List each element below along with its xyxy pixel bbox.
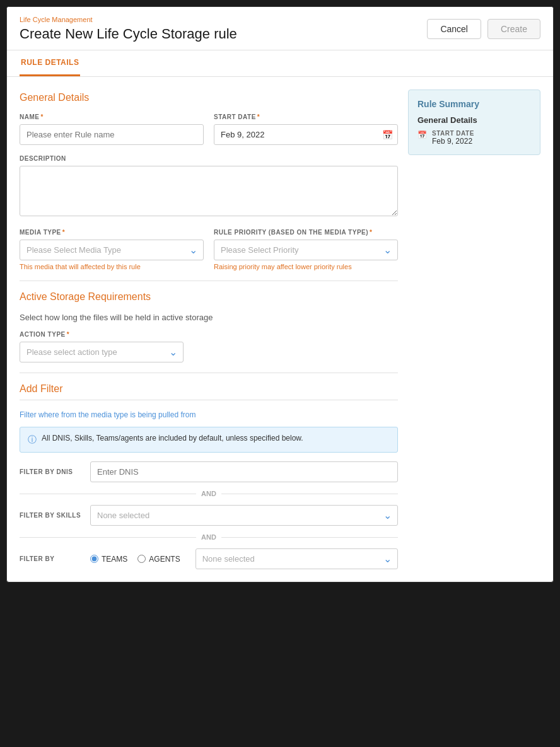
summary-start-date-content: START DATE Feb 9, 2022	[432, 130, 474, 146]
info-icon: ⓘ	[28, 434, 37, 446]
media-priority-row: MEDIA TYPE* Please Select Media Type ⌄ T…	[20, 229, 398, 270]
media-type-hint: This media that will affected by this ru…	[20, 263, 204, 270]
rule-priority-select-wrapper: Please Select Priority ⌄	[214, 240, 398, 260]
filter-by-label: FILTER BY	[20, 555, 83, 562]
info-text: All DNIS, Skills, Teams/agents are inclu…	[42, 434, 303, 443]
media-type-label: MEDIA TYPE*	[20, 229, 204, 236]
page-title: Create New Life Cycle Storage rule	[20, 26, 237, 42]
main-window: Life Cycle Management Create New Life Cy…	[6, 6, 554, 582]
filter-by-row: FILTER BY TEAMS AGENTS	[20, 548, 398, 569]
active-storage-desc: Select how long the files will be held i…	[20, 313, 398, 322]
filter-dnis-row: FILTER BY DNIS	[20, 461, 398, 482]
rule-summary-sidebar: Rule Summary General Details 📅 START DAT…	[408, 90, 540, 569]
name-label: NAME*	[20, 113, 204, 120]
name-date-row: NAME* START DATE* 📅	[20, 113, 398, 145]
filter-desc: Filter where from the media type is bein…	[20, 410, 398, 419]
teams-agents-input-area: None selected ⌄	[195, 548, 398, 569]
teams-radio[interactable]	[90, 555, 98, 563]
name-group: NAME*	[20, 113, 204, 145]
summary-start-date-value: Feb 9, 2022	[432, 137, 474, 146]
media-type-select-wrapper: Please Select Media Type ⌄	[20, 240, 204, 260]
summary-general-title: General Details	[417, 115, 531, 125]
rule-summary-box: Rule Summary General Details 📅 START DAT…	[408, 90, 540, 155]
dnis-input[interactable]	[90, 461, 398, 482]
description-group: DESCRIPTION	[20, 155, 398, 219]
add-filter-section: Add Filter Filter where from the media t…	[20, 383, 398, 569]
and-divider-1: AND	[20, 490, 398, 497]
agents-label: AGENTS	[149, 555, 180, 564]
teams-label: TEAMS	[102, 555, 127, 564]
teams-radio-label[interactable]: TEAMS	[90, 555, 127, 564]
name-input[interactable]	[20, 124, 204, 145]
divider-1	[20, 281, 398, 281]
main-content: General Details NAME* START DATE*	[7, 77, 553, 582]
description-label: DESCRIPTION	[20, 155, 398, 162]
rule-priority-select[interactable]: Please Select Priority	[214, 240, 398, 260]
date-input-wrapper: 📅	[214, 124, 398, 145]
header-left: Life Cycle Management Create New Life Cy…	[20, 16, 237, 42]
start-date-group: START DATE* 📅	[214, 113, 398, 145]
general-details-title: General Details	[20, 92, 398, 103]
header-buttons: Cancel Create	[427, 19, 540, 39]
rule-summary-title: Rule Summary	[417, 99, 531, 109]
action-type-group: ACTION TYPE* Please select action type ⌄	[20, 331, 184, 362]
create-button[interactable]: Create	[487, 19, 540, 39]
media-type-group: MEDIA TYPE* Please Select Media Type ⌄ T…	[20, 229, 204, 270]
filter-skills-row: FILTER BY SKILLS None selected ⌄	[20, 505, 398, 526]
filter-skills-label: FILTER BY SKILLS	[20, 512, 83, 519]
active-storage-title: Active Storage Requirements	[20, 291, 398, 303]
and-divider-2: AND	[20, 533, 398, 541]
dnis-input-area	[90, 461, 398, 482]
summary-start-date-label: START DATE	[432, 130, 474, 137]
agents-radio-label[interactable]: AGENTS	[137, 555, 180, 564]
page-header: Life Cycle Management Create New Life Cy…	[7, 7, 553, 50]
add-filter-title: Add Filter	[20, 383, 398, 395]
rule-priority-label: RULE PRIORITY (BASED ON THE MEDIA TYPE)*	[214, 229, 398, 236]
summary-start-date-row: 📅 START DATE Feb 9, 2022	[417, 130, 531, 146]
breadcrumb: Life Cycle Management	[20, 16, 237, 23]
skills-input-area: None selected ⌄	[90, 505, 398, 526]
radio-group: TEAMS AGENTS	[90, 555, 180, 564]
start-date-label: START DATE*	[214, 113, 398, 120]
start-date-input[interactable]	[214, 124, 398, 145]
agents-radio[interactable]	[137, 555, 146, 563]
filter-dnis-label: FILTER BY DNIS	[20, 468, 83, 475]
active-storage-section: Active Storage Requirements Select how l…	[20, 291, 398, 362]
divider-2	[20, 373, 398, 373]
teams-agents-select[interactable]: None selected	[195, 548, 398, 569]
action-type-label: ACTION TYPE*	[20, 331, 184, 338]
summary-calendar-icon: 📅	[417, 130, 427, 139]
action-type-select[interactable]: Please select action type	[20, 342, 184, 362]
rule-priority-group: RULE PRIORITY (BASED ON THE MEDIA TYPE)*…	[214, 229, 398, 270]
info-box: ⓘ All DNIS, Skills, Teams/agents are inc…	[20, 427, 398, 453]
teams-agents-select-wrapper: None selected ⌄	[195, 548, 398, 569]
cancel-button[interactable]: Cancel	[427, 19, 481, 39]
action-type-select-wrapper: Please select action type ⌄	[20, 342, 184, 362]
form-area: General Details NAME* START DATE*	[20, 90, 398, 569]
calendar-icon: 📅	[382, 130, 393, 140]
divider-3	[20, 400, 398, 400]
media-type-select[interactable]: Please Select Media Type	[20, 240, 204, 260]
description-textarea[interactable]	[20, 166, 398, 216]
skills-select[interactable]: None selected	[90, 505, 398, 526]
tab-rule-details[interactable]: RULE DETAILS	[20, 50, 80, 76]
tabs-bar: RULE DETAILS	[7, 50, 553, 77]
rule-priority-hint: Raising priority may affect lower priori…	[214, 263, 398, 270]
skills-select-wrapper: None selected ⌄	[90, 505, 398, 526]
general-details-section: General Details NAME* START DATE*	[20, 92, 398, 270]
